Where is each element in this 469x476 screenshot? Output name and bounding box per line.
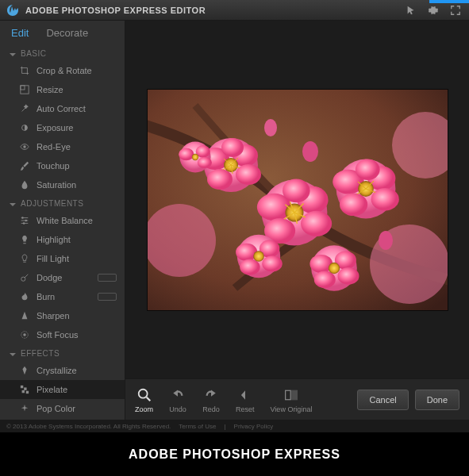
sidebar-item-pop-color[interactable]: Pop Color — [0, 399, 125, 418]
item-label: Exposure — [37, 123, 73, 132]
mode-tabs: Edit Decorate — [0, 21, 125, 44]
sidebar-item-exposure[interactable]: Exposure — [0, 118, 125, 137]
svg-rect-12 — [22, 390, 25, 393]
group-header-basic[interactable]: BASIC — [0, 44, 125, 61]
tool-redo[interactable]: Redo — [202, 386, 220, 413]
svg-rect-1 — [21, 86, 25, 90]
main-area: Edit Decorate BASIC Crop & Rotate Resize… — [0, 21, 469, 420]
svg-point-23 — [207, 169, 233, 190]
svg-point-70 — [197, 157, 211, 168]
svg-point-71 — [191, 153, 198, 159]
svg-point-22 — [236, 164, 261, 185]
item-label: Pop Color — [37, 404, 75, 413]
group-label: ADJUSTMENTS — [21, 199, 83, 208]
sidebar-scroll[interactable]: BASIC Crop & Rotate Resize Auto Correct … — [0, 44, 125, 420]
svg-point-48 — [340, 193, 367, 216]
group-header-effects[interactable]: EFFECTS — [0, 344, 125, 361]
sidebar-item-hue[interactable]: Hue — [0, 418, 125, 420]
canvas-viewport[interactable] — [125, 21, 469, 378]
svg-point-58 — [262, 255, 283, 271]
svg-point-49 — [355, 159, 379, 179]
svg-point-59 — [240, 259, 260, 274]
svg-point-6 — [23, 222, 25, 225]
blur-icon — [19, 329, 30, 340]
app-title: ADOBE PHOTOSHOP EXPRESS EDITOR — [25, 6, 396, 15]
wand-icon — [19, 103, 30, 114]
group-header-adjustments[interactable]: ADJUSTMENTS — [0, 194, 125, 211]
svg-rect-10 — [21, 386, 23, 388]
tool-zoom[interactable]: Zoom — [135, 386, 153, 413]
resize-icon — [19, 84, 30, 95]
tool-undo[interactable]: Undo — [169, 386, 186, 413]
item-label: Pixelate — [37, 385, 67, 394]
sidebar-item-crop[interactable]: Crop & Rotate — [0, 61, 125, 80]
svg-point-75 — [138, 389, 147, 397]
edited-image[interactable] — [147, 89, 448, 311]
sidebar-item-saturation[interactable]: Saturation — [0, 175, 125, 194]
tool-view-original[interactable]: View Original — [271, 386, 313, 413]
sidebar-item-crystallize[interactable]: Crystallize — [0, 361, 125, 380]
redo-icon — [202, 386, 220, 404]
sparkle-icon — [19, 403, 30, 414]
chevron-down-icon — [10, 51, 16, 57]
brush-icon — [19, 160, 30, 171]
sidebar-item-sharpen[interactable]: Sharpen — [0, 306, 125, 325]
footer: © 2013 Adobe Systems Incorporated. All R… — [0, 420, 469, 432]
droplet-icon — [19, 179, 30, 190]
sidebar-item-auto-correct[interactable]: Auto Correct — [0, 99, 125, 118]
done-button[interactable]: Done — [415, 390, 459, 410]
svg-point-73 — [264, 119, 277, 136]
item-label: Red-Eye — [37, 142, 71, 152]
tool-label: Zoom — [135, 405, 153, 413]
tool-label: Reset — [236, 405, 255, 413]
footer-sep: | — [224, 423, 225, 430]
tool-label: View Original — [271, 405, 313, 413]
footer-terms-link[interactable]: Terms of Use — [179, 423, 216, 430]
svg-point-9 — [23, 333, 25, 336]
footer-privacy-link[interactable]: Privacy Policy — [234, 423, 274, 430]
item-label: Highlight — [37, 235, 71, 244]
undo-icon — [169, 386, 186, 404]
svg-point-64 — [337, 267, 359, 285]
svg-rect-11 — [24, 387, 26, 390]
item-label: Dodge — [37, 273, 62, 282]
svg-point-72 — [302, 141, 318, 162]
svg-point-36 — [283, 178, 310, 202]
tab-decorate[interactable]: Decorate — [46, 27, 88, 39]
bulb-icon — [19, 234, 30, 245]
tool-label: Undo — [169, 405, 186, 413]
crystal-icon — [19, 365, 30, 376]
pixelate-icon — [19, 384, 30, 395]
group-label: BASIC — [21, 49, 47, 58]
sidebar-item-resize[interactable]: Resize — [0, 80, 125, 99]
badge-icon — [98, 293, 117, 301]
group-label: EFFECTS — [21, 349, 60, 358]
svg-point-24 — [221, 138, 244, 157]
gear-icon[interactable] — [426, 3, 440, 17]
dodge-icon — [19, 272, 30, 283]
sidebar-item-pixelate[interactable]: Pixelate — [0, 380, 125, 399]
tab-edit[interactable]: Edit — [11, 27, 29, 39]
sidebar-item-soft-focus[interactable]: Soft Focus — [0, 325, 125, 344]
app-logo-icon — [6, 4, 19, 17]
item-label: Saturation — [37, 180, 76, 190]
sidebar-item-burn[interactable]: Burn — [0, 287, 125, 306]
item-label: White Balance — [37, 216, 93, 225]
sidebar-item-fill-light[interactable]: Fill Light — [0, 249, 125, 268]
sidebar-item-dodge[interactable]: Dodge — [0, 268, 125, 287]
svg-rect-13 — [26, 391, 29, 393]
sidebar-item-redeye[interactable]: Red-Eye — [0, 137, 125, 156]
sidebar-item-touchup[interactable]: Touchup — [0, 156, 125, 175]
tool-reset[interactable]: Reset — [236, 386, 255, 413]
exposure-icon — [19, 122, 30, 133]
item-label: Auto Correct — [37, 104, 86, 113]
fullscreen-icon[interactable] — [448, 3, 463, 17]
item-label: Burn — [37, 292, 55, 301]
sidebar-item-highlight[interactable]: Highlight — [0, 230, 125, 249]
sidebar-item-white-balance[interactable]: White Balance — [0, 211, 125, 230]
pointer-icon[interactable] — [404, 3, 418, 17]
zoom-icon — [136, 386, 153, 404]
cancel-button[interactable]: Cancel — [357, 390, 408, 410]
item-label: Sharpen — [37, 311, 70, 321]
page-caption: ADOBE PHOTOSHOP EXPRESS — [0, 432, 469, 476]
